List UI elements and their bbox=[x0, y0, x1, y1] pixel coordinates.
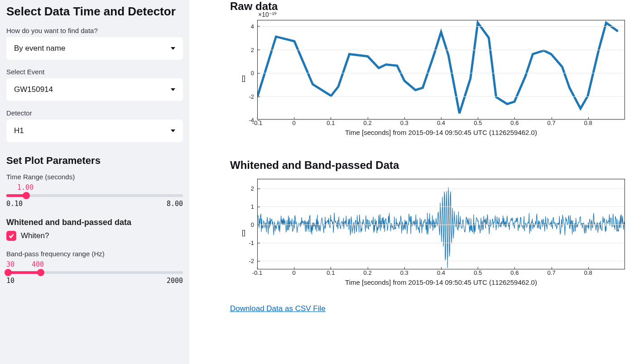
time-range-min: 0.10 bbox=[6, 200, 23, 208]
select-event-select[interactable]: GW150914 bbox=[6, 78, 183, 101]
white-y-unit: [] bbox=[242, 229, 245, 236]
bandpass-max: 2000 bbox=[167, 277, 183, 285]
whitened-chart: [] 210-1-2 -0.100.10.20.30.40.50.60.70.8… bbox=[230, 179, 625, 286]
white-plot-line bbox=[258, 179, 624, 269]
download-csv-link[interactable]: Download Data as CSV File bbox=[230, 304, 326, 313]
heading-plot-params: Set Plot Parameters bbox=[6, 155, 183, 167]
time-range-slider[interactable] bbox=[6, 194, 183, 197]
whiten-section-label: Whitened and band-passed data bbox=[6, 218, 183, 227]
checkbox-checked-icon bbox=[6, 231, 16, 241]
detector-label: Detector bbox=[6, 109, 183, 117]
raw-data-title: Raw data bbox=[230, 0, 625, 13]
bandpass-slider[interactable] bbox=[6, 271, 183, 274]
whitened-title: Whitened and Band-passed Data bbox=[230, 159, 625, 172]
detector-select[interactable]: H1 bbox=[6, 120, 183, 142]
time-range-value: 1.00 bbox=[17, 183, 183, 192]
main-content: Raw data ×10⁻¹⁹ [] 420-2-4 -0.100.10.20.… bbox=[189, 0, 634, 364]
whiten-checkbox-label: Whiten? bbox=[21, 231, 49, 240]
time-range-max: 8.00 bbox=[167, 200, 183, 208]
white-x-label: Time [seconds] from 2015-09-14 09:50:45 … bbox=[257, 278, 625, 286]
raw-y-unit: [] bbox=[242, 75, 245, 82]
raw-data-chart: ×10⁻¹⁹ [] 420-2-4 -0.100.10.20.30.40.50.… bbox=[230, 20, 625, 136]
chevron-down-icon bbox=[171, 88, 175, 91]
find-data-label: How do you want to find data? bbox=[6, 27, 183, 34]
find-data-value: By event name bbox=[14, 44, 65, 53]
detector-value: H1 bbox=[14, 126, 24, 135]
select-event-label: Select Event bbox=[6, 68, 183, 76]
bandpass-values: 30400 bbox=[6, 260, 183, 268]
sidebar: Select Data Time and Detector How do you… bbox=[0, 0, 189, 364]
raw-x-label: Time [seconds] from 2015-09-14 09:50:45 … bbox=[257, 129, 625, 136]
whiten-checkbox[interactable]: Whiten? bbox=[6, 231, 183, 241]
find-data-select[interactable]: By event name bbox=[6, 37, 183, 60]
raw-y-scale: ×10⁻¹⁹ bbox=[258, 11, 277, 18]
slider-thumb[interactable] bbox=[23, 192, 30, 199]
time-range-label: Time Range (seconds) bbox=[6, 173, 183, 181]
slider-thumb-high[interactable] bbox=[37, 269, 44, 276]
heading-data-time-detector: Select Data Time and Detector bbox=[6, 5, 183, 19]
chevron-down-icon bbox=[171, 47, 175, 50]
bandpass-label: Band-pass frequency range (Hz) bbox=[6, 250, 183, 258]
slider-thumb-low[interactable] bbox=[5, 269, 12, 276]
raw-plot-line bbox=[258, 20, 624, 119]
select-event-value: GW150914 bbox=[14, 85, 53, 94]
chevron-down-icon bbox=[171, 129, 175, 132]
bandpass-min: 10 bbox=[6, 277, 14, 285]
